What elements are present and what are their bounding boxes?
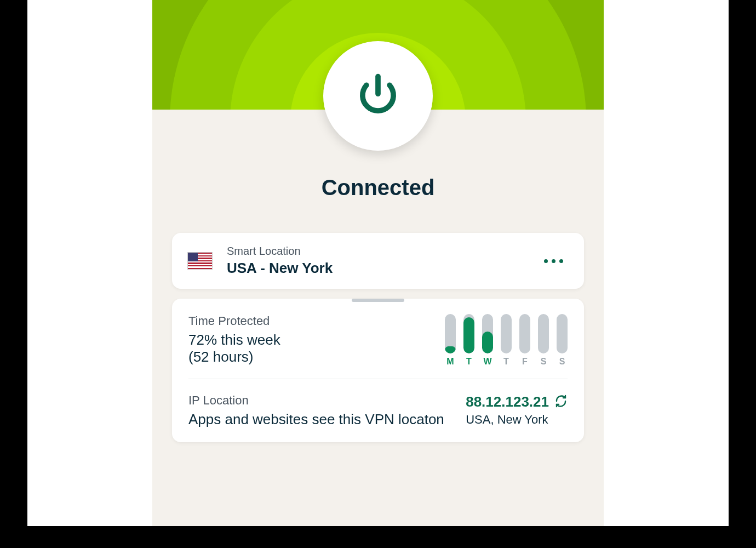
us-flag-icon — [187, 252, 213, 270]
ip-location-row: IP Location Apps and websites see this V… — [188, 379, 568, 428]
day-bar: F — [519, 314, 530, 367]
day-label: F — [522, 357, 528, 367]
time-protected-label: Time Protected — [188, 314, 434, 328]
day-label: S — [559, 357, 565, 367]
refresh-ip-button[interactable] — [554, 395, 568, 410]
day-bar: S — [538, 314, 549, 367]
location-text: Smart Location USA - New York — [227, 245, 539, 277]
day-bar: T — [501, 314, 512, 367]
time-protected-detail: (52 hours) — [188, 349, 434, 366]
power-icon — [354, 71, 402, 121]
vpn-app: Connected Smart Location USA - New York … — [152, 0, 604, 526]
day-label: W — [483, 357, 491, 367]
day-label: T — [466, 357, 472, 367]
location-name: USA - New York — [227, 260, 539, 277]
day-label: T — [503, 357, 509, 367]
refresh-icon — [554, 395, 568, 410]
ip-address: 88.12.123.21 — [466, 393, 549, 410]
time-protected-summary: 72% this week — [188, 332, 434, 349]
power-toggle-button[interactable] — [323, 41, 433, 151]
connection-status: Connected — [152, 175, 604, 200]
weekly-bar-chart: MTWTFSS — [445, 314, 568, 367]
day-label: S — [541, 357, 547, 367]
ip-location-label: IP Location — [188, 393, 455, 408]
day-bar: M — [445, 314, 456, 367]
time-protected-row: Time Protected 72% this week (52 hours) … — [188, 314, 568, 379]
day-bar: W — [482, 314, 493, 367]
more-dots-icon — [544, 259, 548, 263]
drag-handle[interactable] — [352, 299, 404, 302]
day-bar: T — [463, 314, 474, 367]
location-card[interactable]: Smart Location USA - New York — [172, 233, 584, 289]
ip-location-description: Apps and websites see this VPN locaton — [188, 411, 455, 428]
info-card: Time Protected 72% this week (52 hours) … — [172, 299, 584, 442]
page-frame: Connected Smart Location USA - New York … — [27, 0, 729, 526]
location-more-button[interactable] — [539, 254, 569, 269]
day-bar: S — [557, 314, 568, 367]
ip-place: USA, New York — [466, 413, 548, 427]
day-label: M — [446, 357, 454, 367]
location-label: Smart Location — [227, 245, 539, 258]
